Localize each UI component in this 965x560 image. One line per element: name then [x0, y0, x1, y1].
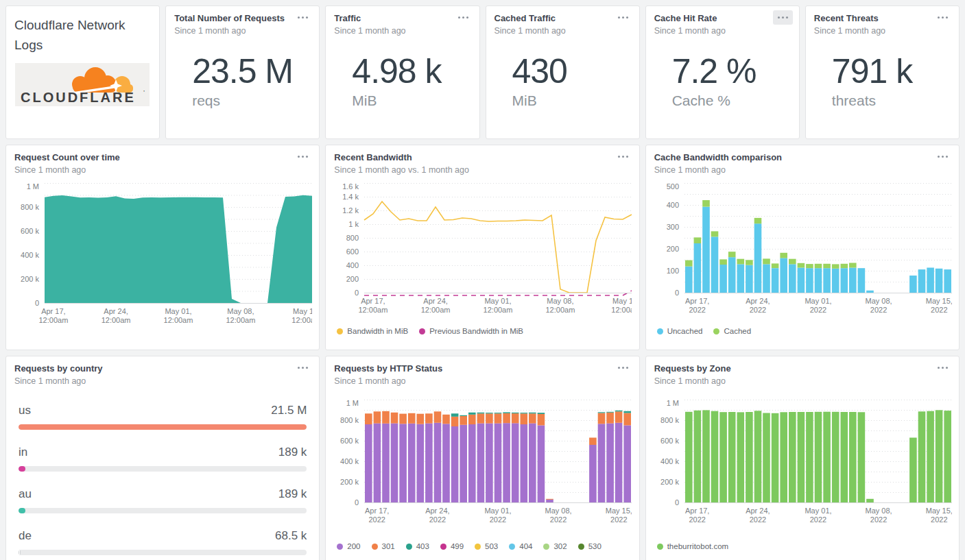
legend-dot-icon [578, 544, 584, 550]
svg-text:2022: 2022 [749, 306, 765, 314]
panel-title: Cached Traffic [495, 13, 566, 24]
requests-by-country-gauge[interactable]: us21.5 Min189 kau189 kde68.5 k [14, 404, 311, 555]
svg-text:2022: 2022 [749, 515, 765, 524]
svg-text:Apr 24,: Apr 24, [425, 507, 449, 515]
country-bar-fill [19, 466, 25, 472]
svg-text:1.4 k: 1.4 k [342, 193, 359, 201]
svg-text:May 01,: May 01, [485, 297, 512, 305]
panel-menu-icon[interactable] [773, 10, 793, 25]
panel-menu-icon[interactable] [935, 12, 951, 23]
cloudflare-logo-text: CLOUDFLARE [21, 90, 136, 105]
svg-text:2022: 2022 [429, 515, 446, 524]
stat-panel-traffic: Traffic Since 1 month ago 4.98 k MiB [325, 5, 479, 139]
legend-item[interactable]: 499 [440, 542, 464, 550]
stat-panel-cached-traffic: Cached Traffic Since 1 month ago 430 MiB [486, 5, 640, 139]
country-value: 68.5 k [275, 529, 307, 543]
svg-text:300: 300 [666, 223, 678, 231]
cloudflare-logo-image: CLOUDFLARE ’ [15, 63, 150, 106]
legend-item[interactable]: 301 [372, 542, 395, 550]
svg-text:May 08,: May 08, [547, 297, 574, 305]
legend-item[interactable]: theburritobot.com [657, 542, 729, 550]
svg-text:12:00am: 12:00am [359, 306, 388, 314]
legend-dot-icon [543, 544, 549, 550]
country-row: de68.5 k [19, 529, 307, 555]
requests-by-http-status-chart[interactable]: 0200 k400 k600 k800 k1 MApr 17,2022Apr 2… [334, 400, 630, 528]
legend-item[interactable]: 530 [578, 542, 601, 550]
svg-text:1.2 k: 1.2 k [342, 206, 359, 215]
svg-text:May 08,: May 08, [227, 307, 254, 315]
svg-text:1 M: 1 M [666, 400, 678, 407]
panel-menu-icon[interactable] [295, 362, 311, 374]
panel-menu-icon[interactable] [295, 12, 311, 23]
svg-text:12:00am: 12:00am [38, 316, 68, 324]
legend-dot-icon [440, 544, 446, 550]
panel-menu-icon[interactable] [615, 12, 631, 23]
svg-text:Apr 24,: Apr 24, [746, 297, 770, 305]
panel-subtitle: Since 1 month ago [334, 376, 442, 386]
stat-unit: threats [832, 93, 951, 109]
panel-menu-icon[interactable] [615, 362, 631, 374]
svg-text:200: 200 [346, 275, 359, 283]
svg-text:1 M: 1 M [346, 400, 359, 407]
legend-dot-icon [713, 328, 719, 334]
svg-text:2022: 2022 [931, 515, 947, 524]
country-row: in189 k [19, 446, 307, 472]
svg-text:2022: 2022 [610, 515, 627, 524]
svg-text:400 k: 400 k [21, 251, 39, 259]
svg-text:12:00am: 12:00am [226, 316, 255, 324]
svg-text:0: 0 [35, 299, 39, 307]
request-count-chart[interactable]: 0200 k400 k600 k800 k1 MApr 17,12:00amAp… [14, 183, 311, 329]
legend-item[interactable]: 404 [509, 542, 532, 550]
panel-menu-icon[interactable] [935, 362, 951, 374]
stat-unit: MiB [512, 93, 631, 109]
country-row: au189 k [19, 487, 307, 513]
svg-text:May 15,: May 15, [925, 507, 951, 515]
svg-text:800 k: 800 k [660, 416, 679, 424]
panel-menu-icon[interactable] [935, 151, 951, 162]
legend-dot-icon [475, 544, 481, 550]
svg-text:400 k: 400 k [660, 457, 679, 465]
legend-dot-icon [406, 544, 412, 550]
svg-text:400: 400 [346, 261, 359, 269]
chart-panel-request-count: Request Count over time Since 1 month ag… [5, 145, 320, 350]
panel-subtitle: Since 1 month ago [174, 26, 285, 36]
country-bar-fill [19, 424, 307, 430]
svg-text:12:00am: 12:00am [164, 316, 193, 324]
cache-bandwidth-chart[interactable]: 0100200300400500Apr 17,2022Apr 24,2022Ma… [654, 183, 951, 319]
recent-bandwidth-chart[interactable]: 02004006008001 k1.2 k1.4 k1.6 kApr 17,12… [334, 183, 630, 319]
requests-by-zone-chart[interactable]: 0200 k400 k600 k800 k1 MApr 17,2022Apr 2… [654, 400, 951, 528]
legend-item[interactable]: Uncached [657, 327, 703, 335]
stat-value: 23.5 M [192, 53, 311, 90]
stat-value: 7.2 % [672, 53, 791, 90]
chart-panel-requests-by-zone: Requests by Zone Since 1 month ago 0200 … [645, 356, 960, 560]
panel-menu-icon[interactable] [615, 151, 631, 162]
legend-item[interactable]: 302 [543, 542, 567, 550]
svg-text:2022: 2022 [870, 306, 887, 314]
legend-item[interactable]: 200 [337, 542, 360, 550]
stat-value: 430 [512, 53, 631, 90]
legend-item[interactable]: Previous Bandwidth in MiB [419, 327, 523, 335]
panel-subtitle: Since 1 month ago [654, 165, 782, 175]
svg-text:May 01,: May 01, [165, 307, 191, 315]
legend-item[interactable]: Bandwidth in MiB [337, 327, 408, 335]
svg-text:2022: 2022 [550, 515, 567, 524]
panel-menu-icon[interactable] [295, 151, 311, 162]
svg-text:May 08,: May 08, [865, 507, 892, 515]
legend-item[interactable]: 503 [475, 542, 498, 550]
panel-menu-icon[interactable] [455, 12, 471, 23]
svg-text:2022: 2022 [931, 306, 947, 314]
country-bar-track [19, 466, 307, 472]
chart-legend: Bandwidth in MiBPrevious Bandwidth in Mi… [337, 327, 630, 335]
legend-item[interactable]: Cached [713, 327, 751, 335]
country-bar-track [19, 508, 307, 513]
svg-text:1.6 k: 1.6 k [342, 183, 359, 191]
chart-legend: theburritobot.com [657, 542, 951, 550]
dashboard-title: Cloudflare Network Logs [14, 16, 151, 55]
legend-item[interactable]: 403 [406, 542, 429, 550]
country-row: us21.5 M [19, 404, 307, 430]
svg-text:12:00am: 12:00am [546, 306, 575, 314]
svg-text:0: 0 [675, 289, 679, 297]
country-value: 189 k [278, 446, 307, 459]
svg-text:200: 200 [666, 245, 678, 253]
svg-text:2022: 2022 [369, 515, 385, 524]
